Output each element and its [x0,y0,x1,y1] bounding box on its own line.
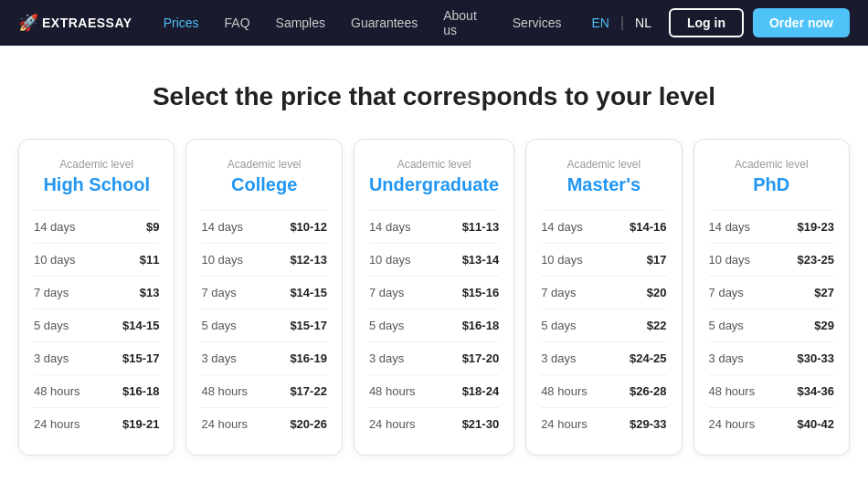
academic-label: Academic level [34,158,159,171]
price-value: $24-25 [630,351,666,365]
page-title: Select the price that corresponds to you… [18,82,850,111]
price-value: $12-13 [290,253,326,267]
nav-link-faq[interactable]: FAQ [212,0,263,46]
price-row: 48 hours$18-24 [369,374,499,407]
days-label: 7 days [541,286,576,299]
days-label: 24 hours [541,417,587,431]
days-label: 10 days [201,253,243,267]
lang-en-button[interactable]: EN [587,14,612,32]
days-label: 14 days [201,220,243,234]
days-label: 48 hours [709,384,756,398]
price-value: $16-18 [122,384,159,398]
price-value: $10-12 [290,220,326,234]
price-value: $29 [814,319,834,332]
cards-container: Academic levelHigh School14 days$910 day… [18,139,850,456]
price-value: $9 [146,220,159,234]
nav-link-services[interactable]: Services [500,0,575,46]
price-value: $17-22 [290,384,326,398]
price-value: $18-24 [462,384,499,398]
logo-text: EXTRAESSAY [42,16,132,30]
login-button[interactable]: Log in [669,8,744,37]
card-master-s: Academic levelMaster's14 days$14-1610 da… [525,139,682,456]
card-level-1: College [201,174,326,195]
price-value: $21-30 [462,417,499,431]
price-value: $16-18 [462,319,499,332]
days-label: 3 days [709,351,744,365]
days-label: 14 days [709,220,751,234]
main-content: Select the price that corresponds to you… [0,46,868,483]
card-level-2: Undergraduate [369,174,499,195]
price-value: $11 [140,253,160,267]
price-row: 7 days$27 [709,276,834,309]
card-high-school: Academic levelHigh School14 days$910 day… [18,139,175,456]
card-level-0: High School [34,174,159,195]
nav-links: PricesFAQSamplesGuaranteesAbout usServic… [151,0,575,46]
price-value: $34-36 [798,384,834,398]
price-value: $14-15 [290,286,326,299]
price-row: 10 days$12-13 [201,243,326,276]
price-value: $11-13 [462,220,499,234]
days-label: 14 days [541,220,583,234]
card-undergraduate: Academic levelUndergraduate14 days$11-13… [354,139,514,456]
nav-link-samples[interactable]: Samples [263,0,338,46]
days-label: 7 days [34,286,69,299]
days-label: 24 hours [34,417,80,431]
price-row: 14 days$10-12 [201,210,326,243]
days-label: 14 days [34,220,76,234]
price-value: $14-16 [630,220,666,234]
academic-label: Academic level [541,158,666,171]
price-row: 7 days$15-16 [369,276,499,309]
nav-link-prices[interactable]: Prices [151,0,212,46]
price-value: $17 [647,253,667,267]
price-row: 48 hours$26-28 [541,374,666,407]
price-value: $30-33 [798,351,834,365]
days-label: 5 days [201,319,236,332]
price-row: 5 days$14-15 [34,309,159,341]
nav-link-about[interactable]: About us [430,0,500,46]
days-label: 10 days [369,253,411,267]
price-row: 24 hours$19-21 [34,407,159,440]
days-label: 10 days [34,253,76,267]
lang-nl-button[interactable]: NL [631,14,655,32]
price-value: $17-20 [462,351,499,365]
price-row: 24 hours$20-26 [201,407,326,440]
price-value: $19-21 [122,417,159,431]
rocket-icon: 🚀 [18,13,38,33]
price-row: 3 days$15-17 [34,341,159,374]
days-label: 5 days [34,319,69,332]
price-row: 10 days$23-25 [709,243,834,276]
price-value: $16-19 [290,351,326,365]
days-label: 24 hours [201,417,248,431]
days-label: 3 days [201,351,236,365]
price-row: 48 hours$17-22 [201,374,326,407]
days-label: 7 days [201,286,236,299]
days-label: 3 days [541,351,576,365]
academic-label: Academic level [709,158,834,171]
price-row: 10 days$13-14 [369,243,499,276]
price-value: $14-15 [122,319,159,332]
price-row: 3 days$16-19 [201,341,326,374]
price-value: $29-33 [630,417,666,431]
days-label: 5 days [369,319,404,332]
price-row: 10 days$17 [541,243,666,276]
price-value: $20-26 [290,417,326,431]
card-level-3: Master's [541,174,666,195]
price-value: $26-28 [630,384,666,398]
price-row: 24 hours$29-33 [541,407,666,440]
price-value: $13-14 [462,253,499,267]
price-value: $22 [647,319,667,332]
price-row: 24 hours$21-30 [369,407,499,440]
logo[interactable]: 🚀 EXTRAESSAY [18,13,132,33]
nav-link-guarantees[interactable]: Guarantees [338,0,430,46]
price-row: 5 days$16-18 [369,309,499,341]
price-row: 48 hours$16-18 [34,374,159,407]
price-row: 7 days$14-15 [201,276,326,309]
price-row: 14 days$9 [34,210,159,243]
days-label: 48 hours [201,384,248,398]
price-row: 3 days$17-20 [369,341,499,374]
price-value: $27 [814,286,834,299]
days-label: 3 days [369,351,404,365]
price-row: 5 days$15-17 [201,309,326,341]
price-value: $15-17 [290,319,326,332]
order-button[interactable]: Order now [753,8,850,37]
